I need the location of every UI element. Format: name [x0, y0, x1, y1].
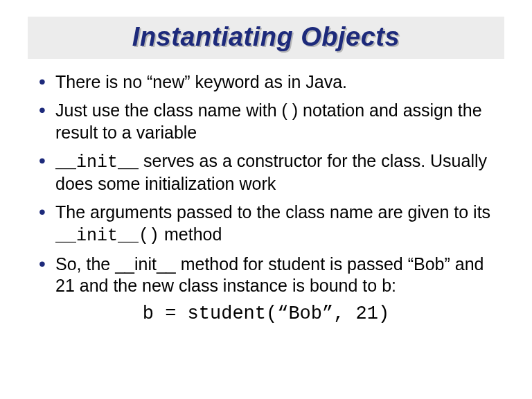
bullet-1-post: keyword as in Java.: [190, 72, 348, 91]
bullet-2-text: Just use the class name with ( ) notatio…: [55, 100, 482, 141]
bullet-5-pre: So, the __init__ method for student is p…: [55, 254, 408, 274]
bullet-4: The arguments passed to the class name a…: [39, 202, 493, 247]
bullet-4-post: method: [159, 224, 222, 244]
bullet-4-code: __init__(): [55, 226, 159, 246]
bullet-list: There is no “new” keyword as in Java. Ju…: [39, 71, 493, 296]
title-bar: Instantiating Objects: [28, 17, 504, 59]
code-quote-open: “: [277, 303, 288, 324]
code-sep: , 21: [333, 303, 378, 324]
code-arg1: Bob: [288, 303, 322, 324]
bullet-5-quote-open: “: [408, 254, 414, 274]
slide-title: Instantiating Objects: [28, 22, 504, 52]
code-rparen: ): [378, 303, 389, 324]
bullet-5: So, the __init__ method for student is p…: [39, 254, 493, 297]
bullet-3: __init__ serves as a constructor for the…: [39, 150, 493, 195]
bullet-4-pre: The arguments passed to the class name a…: [55, 202, 490, 222]
code-line: b = student(“Bob”, 21): [0, 303, 532, 324]
code-lhs: b = student(: [143, 303, 277, 324]
bullet-2: Just use the class name with ( ) notatio…: [39, 100, 493, 143]
bullet-1-quote-close: ”: [184, 72, 190, 91]
bullet-1-pre: There is no: [55, 72, 147, 91]
bullet-5-quote-close: ”: [444, 254, 450, 274]
bullet-3-code: __init__: [55, 152, 139, 172]
bullet-1: There is no “new” keyword as in Java.: [39, 71, 493, 93]
code-quote-close: ”: [322, 303, 333, 324]
bullet-5-bob: Bob: [414, 254, 444, 274]
bullet-1-keyword: new: [152, 72, 184, 91]
